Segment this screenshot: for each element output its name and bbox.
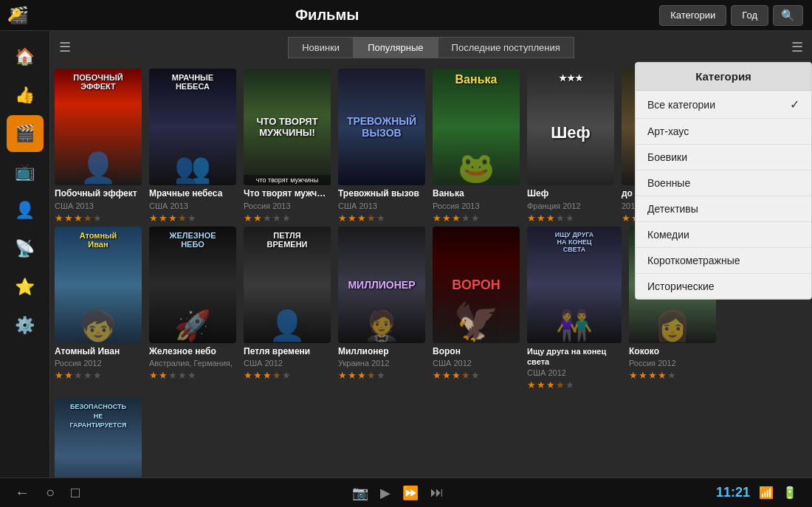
movie-meta-4: США 2013 bbox=[338, 201, 425, 210]
movie-card-10[interactable]: ПЕТЛЯВРЕМЕНИ 👤 Петля времени США 2012 ★★… bbox=[244, 227, 331, 391]
sidebar-item-movies[interactable]: 🎬 bbox=[7, 115, 44, 152]
movie-meta-9: Австралия, Германия, bbox=[149, 359, 236, 368]
movie-card-5[interactable]: Ванька 🐸 Ванька Россия 2013 ★★★★★ bbox=[433, 69, 520, 224]
key-icon: 🔑 bbox=[7, 8, 22, 22]
movie-title-13: Ищу друга на конец света bbox=[527, 346, 622, 368]
movie-title-5: Ванька bbox=[433, 188, 520, 200]
filter-right-icon[interactable]: ☰ bbox=[791, 39, 803, 55]
movie-poster-5: Ванька 🐸 bbox=[433, 69, 520, 185]
dropdown-item-historical[interactable]: Исторические bbox=[636, 274, 811, 299]
movie-meta-14: Россия 2012 bbox=[629, 359, 716, 368]
movie-card-3[interactable]: ЧТО ТВОРЯТМУЖЧИНЫ! что творят мужчины Чт… bbox=[244, 69, 331, 224]
top-action-buttons: Категории Год 🔍 bbox=[659, 5, 803, 26]
movie-meta-2: США 2013 bbox=[149, 201, 236, 210]
movie-title-14: Кококо bbox=[629, 346, 716, 358]
movie-title-4: Тревожный вызов bbox=[338, 188, 425, 200]
movie-stars-9: ★★★★★ bbox=[149, 370, 236, 381]
movie-card-13[interactable]: ИЩУ ДРУГАНА КОНЕЦСВЕТА 👫 Ищу друга на ко… bbox=[527, 227, 622, 391]
movie-title-11: Миллионер bbox=[338, 346, 425, 358]
movie-title-1: Побочный эффект bbox=[55, 188, 142, 200]
search-button[interactable]: 🔍 bbox=[773, 5, 803, 26]
categories-button[interactable]: Категории bbox=[659, 5, 726, 26]
home-nav-icon[interactable]: ○ bbox=[46, 484, 55, 501]
movie-stars-11: ★★★★★ bbox=[338, 370, 425, 381]
sidebar-item-series[interactable]: 📺 bbox=[7, 154, 44, 190]
dropdown-item-detective[interactable]: Детективы bbox=[636, 196, 811, 222]
tab-new[interactable]: Новинки bbox=[288, 37, 354, 58]
movie-card-2[interactable]: МРАЧНЫЕНЕБЕСА 👥 Мрачные небеса США 2013 … bbox=[149, 69, 236, 224]
top-bar: 🔑 🎬 Фильмы Категории Год 🔍 bbox=[0, 0, 812, 31]
filter-left-icon[interactable]: ☰ bbox=[59, 39, 71, 55]
main-content: ☰ Новинки Популярные Последние поступлен… bbox=[50, 31, 812, 477]
tab-latest[interactable]: Последние поступления bbox=[438, 37, 574, 58]
movie-poster-11: МИЛЛИОНЕР 🤵 bbox=[338, 227, 425, 343]
movie-card-4[interactable]: ТРЕВОЖНЫЙВЫЗОВ Тревожный вызов США 2013 … bbox=[338, 69, 425, 224]
movie-stars-4: ★★★★★ bbox=[338, 213, 425, 224]
movie-card-9[interactable]: ЖЕЛЕЗНОЕНЕБО 🚀 Железное небо Австралия, … bbox=[149, 227, 236, 391]
movie-card-11[interactable]: МИЛЛИОНЕР 🤵 Миллионер Украина 2012 ★★★★★ bbox=[338, 227, 425, 391]
movie-stars-8: ★★★★★ bbox=[55, 370, 142, 381]
movie-meta-8: Россия 2012 bbox=[55, 359, 142, 368]
category-dropdown: Категория Все категории ✓ Арт-хаус Боеви… bbox=[635, 62, 812, 300]
movie-meta-1: США 2013 bbox=[55, 201, 142, 210]
bottom-right: 11:21 📶 🔋 bbox=[716, 485, 797, 500]
tab-popular[interactable]: Популярные bbox=[354, 37, 437, 58]
back-nav-icon[interactable]: ← bbox=[15, 484, 30, 501]
sidebar-item-settings[interactable]: ⚙️ bbox=[7, 307, 44, 344]
dropdown-item-short[interactable]: Короткометражные bbox=[636, 248, 811, 274]
movie-meta-10: США 2012 bbox=[244, 359, 331, 368]
movie-poster-4: ТРЕВОЖНЫЙВЫЗОВ bbox=[338, 69, 425, 185]
movie-poster-8: АтомныйИван 🧒 bbox=[55, 227, 142, 343]
sidebar-item-favorites[interactable]: 👍 bbox=[7, 77, 44, 114]
movie-title-2: Мрачные небеса bbox=[149, 188, 236, 200]
movie-meta-6: Франция 2012 bbox=[527, 201, 614, 210]
dropdown-item-comedy[interactable]: Комедии bbox=[636, 222, 811, 248]
sidebar-item-home[interactable]: 🏠 bbox=[7, 38, 44, 75]
bottom-nav: ← ○ □ bbox=[15, 484, 80, 501]
movie-meta-5: Россия 2013 bbox=[433, 201, 520, 210]
movie-title-3: Что творят мужчины! bbox=[244, 188, 331, 200]
movie-title-10: Петля времени bbox=[244, 346, 331, 358]
year-button[interactable]: Год bbox=[731, 5, 768, 26]
movie-stars-3: ★★★★★ bbox=[244, 213, 331, 224]
dropdown-item-arthouse[interactable]: Арт-хаус bbox=[636, 119, 811, 145]
movie-poster-2: МРАЧНЫЕНЕБЕСА 👥 bbox=[149, 69, 236, 185]
dropdown-item-all[interactable]: Все категории ✓ bbox=[636, 91, 811, 119]
movie-stars-1: ★★★★★ bbox=[55, 213, 142, 224]
play-icon[interactable]: ▶ bbox=[380, 485, 390, 501]
dropdown-item-action[interactable]: Боевики bbox=[636, 145, 811, 170]
movie-stars-6: ★★★★★ bbox=[527, 213, 614, 224]
movie-poster-6: ★★★ Шеф bbox=[527, 69, 614, 185]
movie-card-1[interactable]: ПОБОЧНЫЙЭФФЕКТ 👤 Побочный эффект США 201… bbox=[55, 69, 142, 224]
movie-title-8: Атомный Иван bbox=[55, 346, 142, 358]
movie-poster-9: ЖЕЛЕЗНОЕНЕБО 🚀 bbox=[149, 227, 236, 343]
movie-card-6[interactable]: ★★★ Шеф Шеф Франция 2012 ★★★★★ bbox=[527, 69, 614, 224]
fast-forward-icon[interactable]: ⏩ bbox=[402, 485, 419, 501]
movie-poster-15: БЕЗОПАСНОСТЬНЕГАРАНТИРУЕТСЯ 👥 bbox=[55, 398, 142, 477]
sidebar-item-profile[interactable]: 👤 bbox=[7, 192, 44, 229]
movie-poster-3: ЧТО ТВОРЯТМУЖЧИНЫ! что творят мужчины bbox=[244, 69, 331, 185]
movie-poster-10: ПЕТЛЯВРЕМЕНИ 👤 bbox=[244, 227, 331, 343]
movie-card-15[interactable]: БЕЗОПАСНОСТЬНЕГАРАНТИРУЕТСЯ 👥 Безопаснос… bbox=[55, 398, 142, 477]
wifi-icon: 📶 bbox=[759, 486, 774, 500]
sidebar-item-stars[interactable]: ⭐ bbox=[7, 269, 44, 306]
movie-poster-12: ВОРОН 🦅 bbox=[433, 227, 520, 343]
movie-stars-14: ★★★★★ bbox=[629, 370, 716, 381]
bottom-center: 📷 ▶ ⏩ ⏭ bbox=[352, 485, 444, 501]
movie-poster-13: ИЩУ ДРУГАНА КОНЕЦСВЕТА 👫 bbox=[527, 227, 622, 343]
recent-nav-icon[interactable]: □ bbox=[71, 484, 80, 501]
battery-icon: 🔋 bbox=[782, 486, 797, 500]
dropdown-item-war[interactable]: Военные bbox=[636, 170, 811, 196]
movie-meta-12: США 2012 bbox=[433, 359, 520, 368]
movie-title-6: Шеф bbox=[527, 188, 614, 200]
tabs-bar: ☰ Новинки Популярные Последние поступлен… bbox=[50, 31, 812, 63]
dropdown-header: Категория bbox=[636, 63, 811, 91]
movie-stars-5: ★★★★★ bbox=[433, 213, 520, 224]
sidebar-item-live[interactable]: 📡 bbox=[7, 230, 44, 267]
skip-icon[interactable]: ⏭ bbox=[430, 485, 444, 500]
camera-icon[interactable]: 📷 bbox=[352, 485, 368, 501]
movie-card-12[interactable]: ВОРОН 🦅 Ворон США 2012 ★★★★★ bbox=[433, 227, 520, 391]
movie-title-12: Ворон bbox=[433, 346, 520, 358]
movie-card-8[interactable]: АтомныйИван 🧒 Атомный Иван Россия 2012 ★… bbox=[55, 227, 142, 391]
movie-stars-2: ★★★★★ bbox=[149, 213, 236, 224]
